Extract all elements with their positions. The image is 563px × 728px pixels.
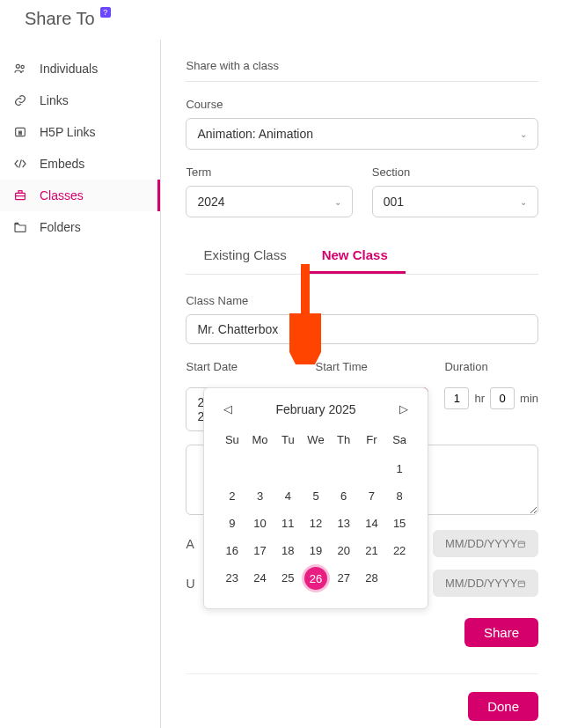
code-icon [13,157,27,171]
calendar-weekday: Su [218,430,246,455]
people-icon [13,62,27,76]
calendar-day-9[interactable]: 9 [218,510,246,537]
svg-point-1 [21,65,24,68]
sidebar-item-label: Embeds [40,157,84,171]
h5p-icon: H [13,125,27,139]
sidebar-item-label: Individuals [40,62,98,76]
calendar-weekday: Sa [385,430,413,455]
calendar-day-1[interactable]: 1 [385,455,413,482]
calendar-day-26[interactable]: 26 [304,567,327,590]
calendar-day-16[interactable]: 16 [218,537,246,564]
calendar-grid: SuMoTuWeThFrSa12345678910111213141516171… [218,430,413,592]
calendar-icon [517,577,526,590]
section-value: 001 [384,195,404,209]
next-month-button[interactable]: ▷ [394,401,413,417]
course-select[interactable]: Animation: Animation ⌄ [186,118,538,150]
calendar-day-19[interactable]: 19 [302,537,330,564]
calendar-day-2[interactable]: 2 [218,482,246,510]
min-unit: min [520,392,538,405]
start-date-label: Start Date [186,360,299,373]
class-name-input[interactable] [186,314,538,344]
calendar-day-6[interactable]: 6 [330,482,358,510]
calendar-icon [517,538,526,550]
start-time-label: Start Time [315,360,428,373]
term-value: 2024 [197,195,224,209]
avail-until-date[interactable]: MM/DD/YYYY [433,570,538,597]
duration-min-input[interactable] [490,387,515,409]
calendar-day-12[interactable]: 12 [302,510,330,537]
sidebar-item-embeds[interactable]: Embeds [0,148,160,180]
calendar-day-23[interactable]: 23 [218,564,246,592]
calendar-day-4[interactable]: 4 [274,482,302,510]
class-name-label: Class Name [186,294,538,307]
avail-from-date[interactable]: MM/DD/YYYY [433,530,538,557]
calendar-day-3[interactable]: 3 [246,482,274,510]
section-select[interactable]: 001 ⌄ [372,186,538,217]
dialog-header: Share To ? [0,0,563,40]
svg-rect-17 [519,581,525,586]
section-heading: Share with a class [186,59,538,82]
calendar-day-18[interactable]: 18 [274,537,302,564]
done-button[interactable]: Done [468,692,538,721]
folder-icon [13,220,27,234]
svg-line-4 [19,159,22,167]
calendar-weekday: Th [330,430,358,455]
calendar-day-15[interactable]: 15 [385,510,413,537]
calendar-day-14[interactable]: 14 [358,510,386,537]
prev-month-button[interactable]: ◁ [218,401,238,417]
avail-until-label: U [186,577,194,591]
calendar-weekday: Mo [246,430,274,455]
sidebar: IndividualsLinksHH5P LinksEmbedsClassesF… [0,40,161,728]
calendar-day-22[interactable]: 22 [385,537,413,564]
date-picker-popup: ◁ February 2025 ▷ SuMoTuWeThFrSa12345678… [203,387,428,609]
calendar-day-28[interactable]: 28 [358,564,386,592]
calendar-day-10[interactable]: 10 [246,510,274,537]
duration-label: Duration [444,360,538,373]
class-icon [13,188,27,202]
calendar-day-21[interactable]: 21 [358,537,386,564]
sidebar-item-individuals[interactable]: Individuals [0,53,160,85]
calendar-day-20[interactable]: 20 [330,537,358,564]
duration-hr-input[interactable] [444,387,469,409]
calendar-month-title: February 2025 [275,402,355,416]
svg-point-0 [16,64,19,68]
class-tabs: Existing Class New Class [186,239,538,275]
course-label: Course [186,98,538,111]
calendar-day-11[interactable]: 11 [274,510,302,537]
calendar-weekday: Tu [274,430,302,455]
sidebar-item-label: H5P Links [40,125,96,139]
term-label: Term [186,165,352,179]
calendar-day-5[interactable]: 5 [302,482,330,510]
share-button[interactable]: Share [464,618,538,647]
chevron-down-icon: ⌄ [334,197,341,207]
sidebar-item-links[interactable]: Links [0,85,160,116]
term-select[interactable]: 2024 ⌄ [186,186,352,217]
chevron-down-icon: ⌄ [520,129,527,139]
avail-from-label: A [186,537,194,551]
help-icon[interactable]: ? [100,7,111,18]
sidebar-item-label: Folders [40,220,81,234]
sidebar-item-classes[interactable]: Classes [0,180,160,211]
hr-unit: hr [474,392,485,405]
section-label: Section [372,165,538,179]
sidebar-item-label: Classes [40,188,84,202]
calendar-day-8[interactable]: 8 [385,482,413,510]
sidebar-item-folders[interactable]: Folders [0,211,160,243]
calendar-day-7[interactable]: 7 [358,482,386,510]
page-title: Share To [25,9,95,29]
calendar-day-17[interactable]: 17 [246,537,274,564]
tab-existing-class[interactable]: Existing Class [186,239,303,274]
main-panel: Share with a class Course Animation: Ani… [161,40,563,728]
svg-rect-6 [18,191,22,194]
chevron-down-icon: ⌄ [520,197,527,207]
calendar-day-25[interactable]: 25 [274,564,302,592]
svg-rect-15 [519,541,525,547]
calendar-weekday: We [302,430,330,455]
sidebar-item-h5p-links[interactable]: HH5P Links [0,116,160,148]
calendar-day-27[interactable]: 27 [330,564,358,592]
calendar-day-13[interactable]: 13 [330,510,358,537]
calendar-day-24[interactable]: 24 [246,564,274,592]
tab-new-class[interactable]: New Class [304,239,406,274]
link-icon [13,93,27,107]
sidebar-item-label: Links [40,93,69,107]
